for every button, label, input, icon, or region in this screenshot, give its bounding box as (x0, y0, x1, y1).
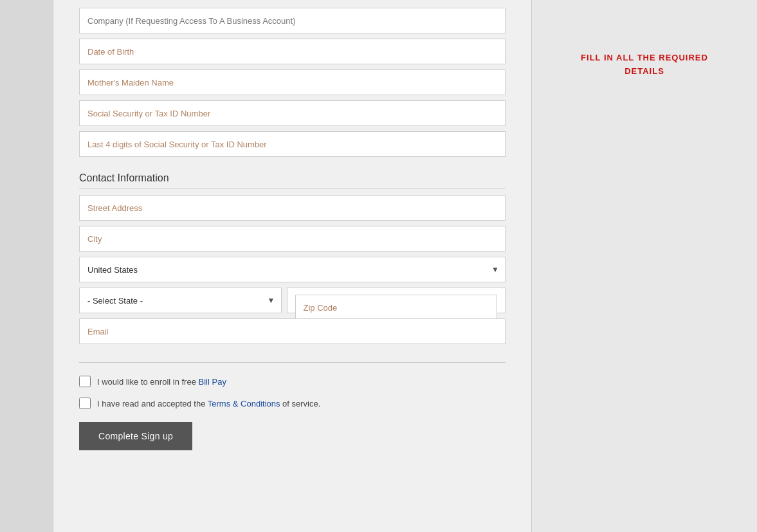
state-select[interactable]: - Select State - Alabama Alaska Arizona … (79, 288, 282, 313)
right-panel: FILL IN ALL THE REQUIRED DETAILS (532, 0, 757, 532)
bill-pay-row: I would like to enroll in free Bill Pay (79, 376, 506, 387)
complete-signup-button[interactable]: Complete Sign up (79, 422, 192, 450)
terms-checkbox[interactable] (79, 398, 91, 409)
state-zip-row: - Select State - Alabama Alaska Arizona … (79, 288, 506, 313)
bill-pay-checkbox[interactable] (79, 376, 91, 387)
state-select-wrapper: - Select State - Alabama Alaska Arizona … (79, 288, 282, 313)
form-divider (79, 362, 506, 363)
street-address-input[interactable] (79, 195, 506, 221)
bill-pay-link[interactable]: Bill Pay (199, 377, 226, 387)
country-select-wrapper: United States Canada United Kingdom Aust… (79, 257, 506, 282)
company-input[interactable] (79, 8, 506, 33)
ssn-input[interactable] (79, 100, 506, 126)
form-container: Contact Information United States Canada… (53, 0, 532, 532)
notice-text: FILL IN ALL THE REQUIRED DETAILS (545, 51, 744, 78)
zip-code-input[interactable] (295, 295, 498, 320)
zip-wrapper (287, 288, 506, 313)
country-select[interactable]: United States Canada United Kingdom Aust… (79, 257, 506, 282)
contact-section-title: Contact Information (79, 172, 506, 188)
bill-pay-label: I would like to enroll in free Bill Pay (97, 377, 226, 387)
dob-input[interactable] (79, 39, 506, 64)
terms-link[interactable]: Terms & Conditions (208, 399, 280, 408)
city-input[interactable] (79, 226, 506, 252)
terms-row: I have read and accepted the Terms & Con… (79, 398, 506, 409)
email-input[interactable] (79, 318, 506, 344)
maiden-name-input[interactable] (79, 69, 506, 95)
ssn-last4-input[interactable] (79, 131, 506, 157)
terms-label: I have read and accepted the Terms & Con… (97, 399, 320, 408)
